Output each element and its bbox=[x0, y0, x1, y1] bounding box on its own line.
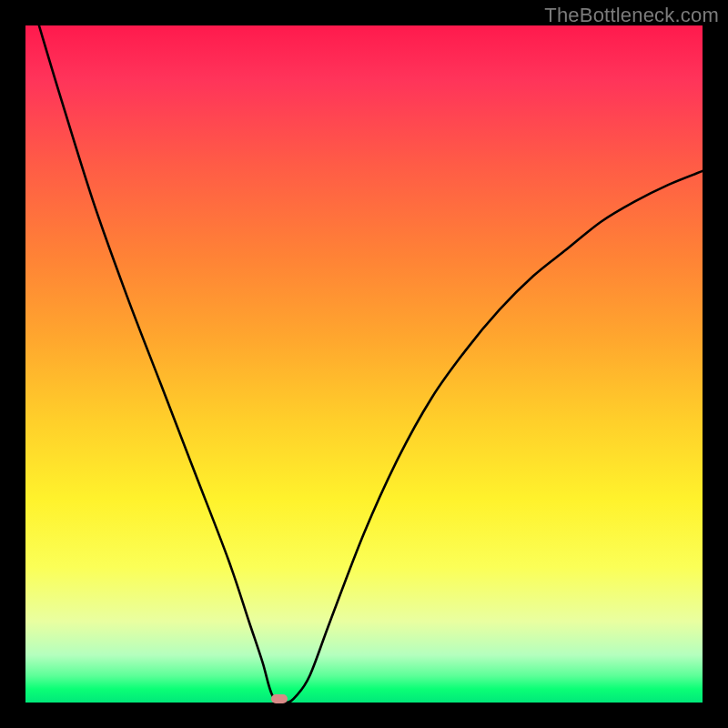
minimum-marker bbox=[271, 694, 288, 703]
chart-frame: TheBottleneck.com bbox=[0, 0, 728, 728]
bottleneck-curve bbox=[25, 25, 703, 703]
watermark-text: TheBottleneck.com bbox=[544, 4, 719, 27]
plot-area bbox=[25, 25, 703, 703]
